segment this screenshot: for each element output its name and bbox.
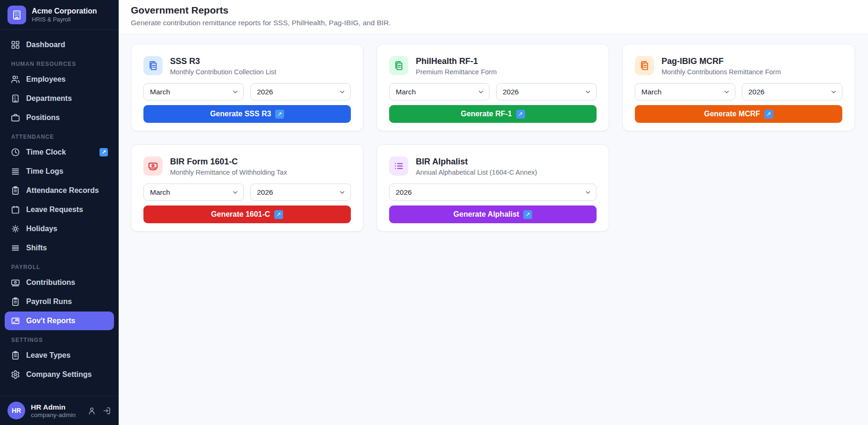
month-select-wrap: March [143,184,244,201]
button-label: Generate MCRF [704,110,760,118]
generate-sss-r3-button[interactable]: Generate SSS R3 ↗ [143,105,351,123]
sidebar-item-positions[interactable]: Positions [5,108,114,127]
generate-1601c-button[interactable]: Generate 1601-C ↗ [143,205,351,223]
year-select[interactable]: 2026 [250,83,351,100]
sidebar-item-employees[interactable]: Employees [5,70,114,89]
generate-alphalist-button[interactable]: Generate Alphalist ↗ [389,205,597,223]
month-select[interactable]: March [635,83,735,100]
company-name: Acme Corporation [32,7,97,15]
sidebar-item-label: Leave Requests [26,205,83,214]
card-subtitle: Annual Alphabetical List (1604-C Annex) [416,169,537,176]
month-select-wrap: March [635,83,735,100]
external-link-badge-icon: ↗ [516,110,525,119]
year-select[interactable]: 2026 [742,83,842,100]
sidebar-item-leave-requests[interactable]: Leave Requests [5,200,114,219]
card-bir-1601c: BIR Form 1601-C Monthly Remittance of Wi… [131,144,363,232]
section-label-settings: SETTINGS [5,331,114,346]
external-link-badge-icon: ↗ [100,148,108,156]
sidebar-footer: HR HR Admin company-admin [0,396,119,425]
month-select-wrap: March [389,83,490,100]
month-select[interactable]: March [143,83,244,100]
banknote-icon [11,278,20,287]
sidebar-item-payroll-runs[interactable]: Payroll Runs [5,292,114,311]
sidebar-item-label: Departments [26,94,72,103]
card-titles: SSS R3 Monthly Contribution Collection L… [170,56,276,76]
sidebar-item-departments[interactable]: Departments [5,89,114,108]
sidebar-item-label: Time Clock [26,148,66,156]
sidebar-item-contributions[interactable]: Contributions [5,273,114,292]
sidebar-item-label: Company Settings [26,370,92,379]
card-head: SSS R3 Monthly Contribution Collection L… [143,56,351,76]
card-philhealth-rf1: PhilHealth RF-1 Premium Remittance Form … [377,44,609,131]
reports-content: SSS R3 Monthly Contribution Collection L… [119,34,868,245]
month-select[interactable]: March [143,184,244,201]
external-link-badge-icon: ↗ [274,210,283,219]
sidebar-item-govt-reports[interactable]: Gov't Reports [5,312,114,330]
sidebar-item-label: Dashboard [26,41,65,49]
sidebar-header: Acme Corporation HRIS & Payroll [0,0,119,30]
sidebar-item-time-logs[interactable]: Time Logs [5,162,114,181]
card-title: BIR Form 1601-C [170,156,287,167]
month-select[interactable]: March [389,83,490,100]
sun-icon [11,224,20,234]
log-lines-icon [11,167,20,176]
year-select[interactable]: 2026 [389,184,597,201]
report-icon-tile [143,156,163,176]
sidebar-item-time-clock[interactable]: Time Clock ↗ [5,143,114,162]
period-row: March 2026 [635,83,842,100]
year-select[interactable]: 2026 [496,83,597,100]
card-title: BIR Alphalist [416,156,537,167]
month-select-wrap: March [143,83,244,100]
card-titles: BIR Alphalist Annual Alphabetical List (… [416,156,537,176]
card-subtitle: Premium Remittance Form [416,68,497,76]
sidebar-item-company-settings[interactable]: Company Settings [5,365,114,384]
user-role: company-admin [31,411,76,418]
sidebar-item-attendance-records[interactable]: Attendance Records [5,181,114,200]
app-root: Acme Corporation HRIS & Payroll Dashboar… [0,0,868,425]
sidebar-item-dashboard[interactable]: Dashboard [5,35,114,54]
sidebar-nav: Dashboard HUMAN RESOURCES Employees Depa… [0,30,119,396]
sidebar-item-leave-types[interactable]: Leave Types [5,346,114,365]
external-link-badge-icon: ↗ [523,210,532,219]
sidebar: Acme Corporation HRIS & Payroll Dashboar… [0,0,119,425]
building-icon [12,10,22,20]
documents-icon [148,60,158,71]
department-building-icon [11,94,20,103]
gear-icon [11,370,20,379]
wallet-icon [11,316,20,326]
shift-lines-icon [11,243,20,253]
users-icon [11,75,20,84]
logout-icon[interactable] [102,406,111,415]
company-logo [7,6,26,24]
period-row: 2026 [389,184,597,201]
button-label: Generate 1601-C [211,210,270,219]
external-link-badge-icon: ↗ [275,110,284,119]
year-select[interactable]: 2026 [250,184,351,201]
button-label: Generate Alphalist [454,210,519,219]
year-select-wrap: 2026 [250,184,351,201]
card-title: SSS R3 [170,56,276,66]
list-icon [393,161,404,171]
card-head: BIR Form 1601-C Monthly Remittance of Wi… [143,156,351,176]
sidebar-item-shifts[interactable]: Shifts [5,239,114,257]
generate-rf1-button[interactable]: Generate RF-1 ↗ [389,105,597,123]
clipboard-icon [11,297,20,306]
user-profile-icon[interactable] [87,406,96,415]
card-sss-r3: SSS R3 Monthly Contribution Collection L… [131,44,363,131]
year-select-wrap: 2026 [389,184,597,201]
sidebar-item-label: Leave Types [26,351,71,360]
briefcase-icon [11,113,20,122]
calendar-icon [11,205,20,214]
page-subtitle: Generate contribution remittance reports… [131,19,855,27]
clipboard-icon [11,186,20,195]
sidebar-item-label: Shifts [26,244,47,252]
card-bir-alphalist: BIR Alphalist Annual Alphabetical List (… [377,144,609,232]
sidebar-item-label: Holidays [26,225,57,233]
section-label-human-resources: HUMAN RESOURCES [5,55,114,70]
sidebar-item-holidays[interactable]: Holidays [5,220,114,238]
button-label: Generate SSS R3 [210,110,271,118]
clock-icon [11,148,20,157]
period-row: March 2026 [143,83,351,100]
sidebar-item-label: Contributions [26,278,75,287]
generate-mcrf-button[interactable]: Generate MCRF ↗ [635,105,842,123]
